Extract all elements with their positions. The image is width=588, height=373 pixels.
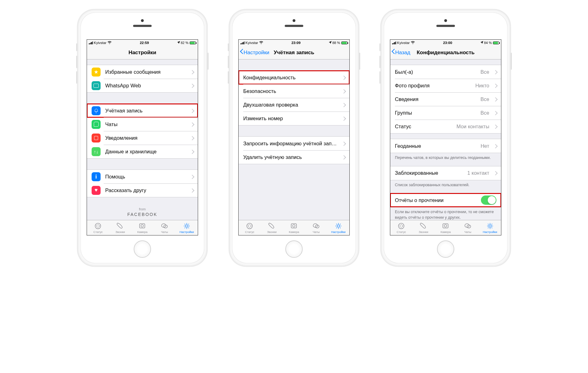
row-label: Чаты <box>105 121 186 127</box>
chevron-right-icon <box>494 144 496 148</box>
row-Безопасность[interactable]: Безопасность <box>239 84 349 98</box>
group-main: Учётная запись Чаты Уведомления Данные и… <box>87 103 198 159</box>
tab-0[interactable]: Статус <box>239 220 261 235</box>
row-Статус[interactable]: Статус Мои контакты <box>390 120 501 133</box>
power-button[interactable] <box>207 53 209 70</box>
row-Данные и хранилище[interactable]: Данные и хранилище <box>87 145 198 158</box>
row-Фото профиля[interactable]: Фото профиля Никто <box>390 79 501 92</box>
row-label: Данные и хранилище <box>105 149 186 155</box>
tab-0[interactable]: Статус <box>390 220 413 235</box>
clock: 23:09 <box>263 41 329 45</box>
volume-up[interactable] <box>228 56 229 68</box>
row-WhatsApp Web[interactable]: WhatsApp Web <box>87 79 198 92</box>
row-Геоданные[interactable]: Геоданные Нет <box>390 139 501 153</box>
tab-label: Статус <box>245 230 254 234</box>
tab-icon <box>486 222 494 230</box>
mute-switch[interactable] <box>228 43 229 51</box>
group-privacy: Конфиденциальность Безопасность Двухшаго… <box>239 70 349 125</box>
row-Двухшаговая проверка[interactable]: Двухшаговая проверка <box>239 98 349 112</box>
chevron-right-icon <box>342 116 345 121</box>
row-Группы[interactable]: Группы Все <box>390 106 501 120</box>
status-bar: Kyivstar 22:59 82 % <box>87 40 198 46</box>
battery-icon <box>341 42 348 44</box>
tab-icon <box>116 222 124 230</box>
tab-label: Звонки <box>267 230 277 234</box>
row-Рассказать другу[interactable]: Рассказать другу <box>87 183 198 197</box>
wifi-icon <box>411 41 415 45</box>
tab-1[interactable]: Звонки <box>413 220 435 235</box>
signal-icon <box>89 42 93 44</box>
back-button[interactable]: Назад <box>390 50 410 56</box>
volume-up[interactable] <box>379 56 381 68</box>
row-Помощь[interactable]: Помощь <box>87 170 198 183</box>
tab-bar: Статус Звонки Камера Чаты Настройки <box>239 220 349 235</box>
tab-3[interactable]: Чаты <box>457 220 479 235</box>
tab-icon <box>183 222 191 230</box>
tab-label: Чаты <box>313 230 320 234</box>
chevron-left-icon <box>240 50 244 56</box>
row-Учётная запись[interactable]: Учётная запись <box>87 104 198 117</box>
group-location: Геоданные Нет <box>390 139 501 153</box>
phone-account: Kyivstar 23:09 88 % Настройки Учётная за… <box>229 9 359 266</box>
row-icon <box>92 134 101 143</box>
row-Удалить учётную запись[interactable]: Удалить учётную запись <box>239 150 349 164</box>
location-note: Перечень чатов, в которых вы делитесь ге… <box>390 153 501 161</box>
tab-4[interactable]: Настройки <box>479 220 501 235</box>
volume-down[interactable] <box>76 71 77 84</box>
tab-icon <box>161 222 169 230</box>
tab-3[interactable]: Чаты <box>153 220 176 235</box>
screen: Kyivstar 22:59 82 % Настройки Избранные … <box>87 39 198 235</box>
power-button[interactable] <box>511 53 512 70</box>
row-Чаты[interactable]: Чаты <box>87 117 198 131</box>
svg-rect-16 <box>443 224 448 228</box>
row-label: Учётная запись <box>105 108 186 114</box>
tab-3[interactable]: Чаты <box>305 220 327 235</box>
row-Изменить номер[interactable]: Изменить номер <box>239 112 349 125</box>
tab-label: Звонки <box>419 230 428 234</box>
volume-up[interactable] <box>76 56 77 68</box>
carrier-label: Kyivstar <box>397 41 410 45</box>
tab-icon <box>464 222 472 230</box>
row-Запросить информацию учётной записи[interactable]: Запросить информацию учётной записи <box>239 137 349 150</box>
tab-1[interactable]: Звонки <box>109 220 132 235</box>
tab-4[interactable]: Настройки <box>175 220 198 235</box>
toggle-switch[interactable] <box>481 195 496 205</box>
tab-label: Камера <box>440 230 451 234</box>
volume-down[interactable] <box>379 71 381 84</box>
row-label: Фото профиля <box>395 83 471 89</box>
svg-point-6 <box>185 225 188 227</box>
row-Отчёты о прочтении[interactable]: Отчёты о прочтении <box>390 193 501 207</box>
tab-4[interactable]: Настройки <box>327 220 349 235</box>
svg-point-13 <box>337 225 339 227</box>
row-Сведения[interactable]: Сведения Все <box>390 92 501 106</box>
tab-0[interactable]: Статус <box>87 220 109 235</box>
group-visibility: Был(-а) Все Фото профиля Никто Сведения … <box>390 65 501 134</box>
home-button[interactable] <box>437 240 454 258</box>
mute-switch[interactable] <box>379 43 381 51</box>
volume-down[interactable] <box>228 71 229 84</box>
chevron-right-icon <box>342 76 345 80</box>
row-label: Конфиденциальность <box>243 75 338 81</box>
row-Уведомления[interactable]: Уведомления <box>87 131 198 145</box>
tab-2[interactable]: Камера <box>283 220 305 235</box>
row-Заблокированные[interactable]: Заблокированные 1 контакт <box>390 166 501 180</box>
chevron-right-icon <box>342 89 345 93</box>
home-button[interactable] <box>285 240 303 258</box>
mute-switch[interactable] <box>76 43 77 51</box>
tab-2[interactable]: Камера <box>435 220 457 235</box>
tab-2[interactable]: Камера <box>131 220 153 235</box>
row-value: Никто <box>475 83 489 89</box>
home-button[interactable] <box>134 240 151 258</box>
chevron-right-icon <box>191 70 193 74</box>
tab-1[interactable]: Звонки <box>261 220 283 235</box>
chevron-right-icon <box>494 125 496 129</box>
carrier-label: Kyivstar <box>245 41 258 45</box>
row-Конфиденциальность[interactable]: Конфиденциальность <box>239 71 349 84</box>
power-button[interactable] <box>359 53 360 70</box>
row-Был(-а)[interactable]: Был(-а) Все <box>390 65 501 79</box>
tab-icon <box>442 222 450 230</box>
back-button[interactable]: Настройки <box>239 50 269 56</box>
chevron-right-icon <box>494 111 496 115</box>
row-Избранные сообщения[interactable]: Избранные сообщения <box>87 65 198 79</box>
nav-bar: Настройки Учётная запись <box>239 46 349 59</box>
